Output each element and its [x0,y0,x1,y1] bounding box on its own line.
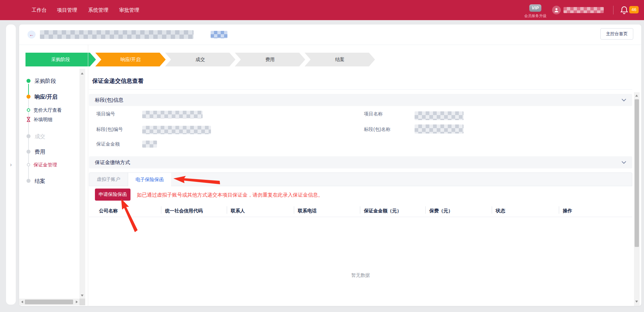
scroll-down-arrow[interactable] [635,301,638,303]
nav-item-approval-management[interactable]: 审批管理 [119,0,139,20]
field-label-project-no: 项目编号 [96,111,115,117]
top-navbar: 工作台 项目管理 系统管理 审批管理 VIP 会员服务升级 46 [0,0,644,20]
sidebar-item-procurement-stage[interactable]: 采购阶段 [35,78,56,85]
nav-item-workbench[interactable]: 工作台 [32,0,47,20]
scroll-down-arrow[interactable] [81,295,84,297]
vip-upgrade-caption[interactable]: 会员服务升级 [522,13,549,18]
collapse-chevron-icon[interactable] [622,99,626,101]
col-actions: 操作 [559,205,632,217]
field-value-package-no-redacted [142,126,211,134]
sidebar-item-deal[interactable]: 成交 [35,133,45,140]
expand-chevron-icon: › [10,162,12,168]
step-procurement-stage[interactable]: 采购阶段 [25,53,96,66]
app-root: 工作台 项目管理 系统管理 审批管理 VIP 会员服务升级 46 › ← [0,0,644,312]
sidebar-item-supplement-details[interactable]: 补填明细 [34,117,52,123]
step-response-open[interactable]: 响应/开启 [95,53,166,66]
console-home-button[interactable]: 主控台首页 [600,28,633,40]
col-company-name: 公司名称 [95,205,161,217]
substep-ring-gray-icon [27,163,30,166]
page-header-tag-redacted [211,31,227,38]
sidebar-item-closing[interactable]: 结案 [35,178,45,185]
nav-item-system-management[interactable]: 系统管理 [88,0,108,20]
horizontal-scroll-thumb[interactable] [25,300,73,304]
person-icon [554,7,559,13]
section-payment-method: 保证金缴纳方式 [89,156,632,168]
col-credit-code: 统一社会信用代码 [161,205,227,217]
stage-dot-completed-icon [26,79,31,83]
sidebar-divider [88,45,88,306]
sidebar-vertical-scrollbar[interactable] [79,69,85,299]
col-premium: 保费（元） [425,205,492,217]
nav-item-project-management[interactable]: 项目管理 [57,0,77,20]
guarantee-table-header: 公司名称 统一社会信用代码 联系人 联系电话 保证金金额（元） 保费（元） 状态… [95,205,632,217]
page-header-title-redacted [40,30,194,39]
section-package-info: 标段(包)信息 [89,94,632,106]
stage-dot-pending-icon [26,179,31,183]
substep-ring-green-icon [27,108,30,112]
notification-count-badge[interactable]: 46 [629,6,639,13]
section-package-title: 标段(包)信息 [95,97,123,103]
stage-dot-pending-icon [26,150,31,154]
nav-divider [613,6,613,14]
table-empty-state: 暂无数据 [89,272,632,278]
sidebar-item-response-open[interactable]: 响应/开启 [35,94,57,101]
field-value-package-name-redacted [415,124,464,134]
table-header-divider [89,217,632,217]
page-title: 保证金递交信息查看 [92,77,144,85]
duplicate-deposit-warning: 如已通过虚拟子账号或其他方式递交本项目保证金，请勿重复在此录入保证金信息。 [137,192,323,198]
field-label-package-no: 标段(包)编号 [96,126,123,133]
back-arrow-icon: ← [29,32,34,37]
col-contact-phone: 联系电话 [294,205,360,217]
apply-insurance-guarantee-button[interactable]: 申请保险保函 [95,189,130,201]
field-label-package-name: 标段(包)名称 [364,126,390,133]
notification-bell-icon[interactable] [620,5,629,15]
timeline-connector-green [28,84,29,95]
scroll-right-arrow[interactable] [76,301,78,303]
vip-icon[interactable]: VIP [529,4,541,12]
section-payment-title: 保证金缴纳方式 [95,159,130,166]
field-value-project-no-redacted [142,111,203,118]
collapse-chevron-icon[interactable] [622,161,626,164]
payment-tabs-bar: 虚拟子账户 电子保险保函 [89,172,632,186]
sidebar-item-bidding-hall-view[interactable]: 竞价大厅查看 [34,107,62,113]
sidebar-item-deposit-management[interactable]: 保证金管理 [34,162,57,168]
scrollbar-corner [79,299,85,305]
username-redacted[interactable] [564,7,604,13]
sidebar-item-fees[interactable]: 费用 [35,149,45,156]
field-label-project-name: 项目名称 [364,111,383,117]
scroll-up-arrow[interactable] [81,72,84,74]
scroll-left-arrow[interactable] [21,301,23,303]
tab-electronic-insurance-guarantee[interactable]: 电子保险保函 [128,173,171,187]
back-button[interactable]: ← [28,31,36,39]
scroll-up-arrow[interactable] [635,95,638,97]
vertical-scroll-thumb[interactable] [635,99,639,247]
header-divider [19,45,641,45]
field-value-project-name-redacted [415,111,464,120]
stage-dot-pending-icon [26,134,31,138]
col-status: 状态 [492,205,559,217]
title-divider [89,89,632,90]
step-closing[interactable]: 结案 [305,53,375,66]
panel-collapse-strip[interactable]: › [6,24,16,305]
field-label-deposit-amount: 保证金金额 [96,141,120,147]
user-avatar[interactable] [552,6,561,14]
col-deposit-amount: 保证金金额（元） [360,205,425,217]
col-contact-person: 联系人 [227,205,294,217]
hourglass-icon [26,117,31,123]
step-fees[interactable]: 费用 [235,53,305,66]
stage-dot-current-icon [26,95,31,99]
tab-virtual-subaccount[interactable]: 虚拟子账户 [89,173,128,186]
step-deal[interactable]: 成交 [165,53,235,66]
field-value-deposit-amount-redacted [142,141,157,148]
